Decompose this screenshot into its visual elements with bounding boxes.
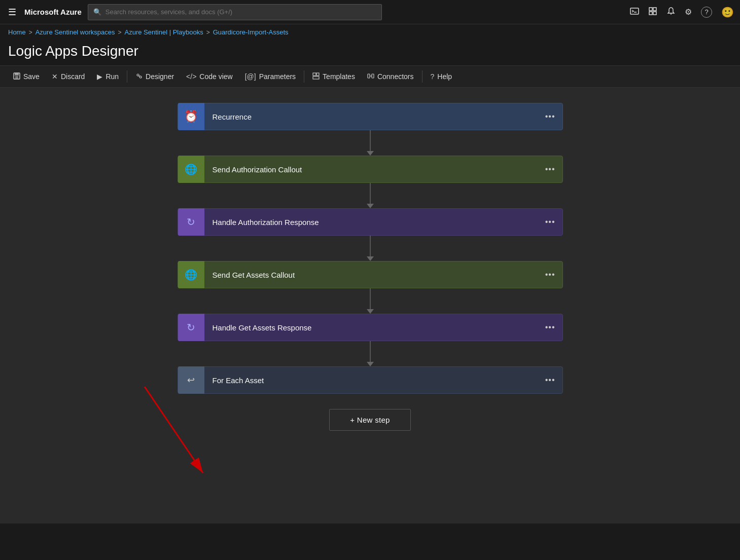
send-auth-icon: 🌐 — [185, 163, 197, 175]
foreach-label: For Each Asset — [204, 376, 538, 385]
connector-line-2 — [370, 183, 371, 204]
connector-line-5 — [370, 341, 371, 362]
svg-rect-15 — [313, 77, 319, 79]
svg-rect-13 — [313, 73, 316, 76]
canvas-wrapper: ⏰ Recurrence ••• 🌐 Send Authorization Ca… — [0, 88, 740, 524]
save-label: Save — [23, 72, 40, 81]
send-assets-icon-box: 🌐 — [178, 261, 204, 288]
send-assets-menu[interactable]: ••• — [538, 270, 562, 279]
node-handle-get-assets[interactable]: ↻ Handle Get Assets Response ••• — [178, 314, 563, 341]
new-step-button[interactable]: + New step — [329, 409, 410, 431]
toolbar-sep-2 — [304, 70, 304, 83]
connector-1 — [367, 130, 374, 156]
run-label: Run — [105, 72, 119, 81]
portal-icon[interactable] — [648, 7, 657, 18]
node-send-auth-callout[interactable]: 🌐 Send Authorization Callout ••• — [178, 156, 563, 183]
handle-auth-menu[interactable]: ••• — [538, 217, 562, 227]
send-assets-icon: 🌐 — [185, 269, 197, 281]
svg-rect-2 — [649, 8, 652, 11]
parameters-icon: [@] — [245, 72, 256, 81]
send-assets-label: Send Get Assets Callout — [204, 271, 538, 279]
code-icon: </> — [186, 72, 196, 81]
handle-assets-icon-box: ↻ — [178, 314, 204, 341]
svg-rect-0 — [630, 8, 639, 14]
save-button[interactable]: Save — [8, 69, 45, 84]
designer-icon — [135, 72, 143, 81]
handle-auth-label: Handle Authorization Response — [204, 218, 538, 227]
help-icon: ? — [431, 72, 435, 81]
svg-point-10 — [137, 74, 139, 76]
foreach-menu[interactable]: ••• — [538, 376, 562, 385]
svg-rect-9 — [15, 76, 18, 79]
app-title: Microsoft Azure — [24, 8, 82, 16]
breadcrumb-sep-1: > — [29, 29, 32, 36]
discard-button[interactable]: ✕ Discard — [47, 69, 90, 84]
breadcrumb: Home > Azure Sentinel workspaces > Azure… — [0, 24, 740, 40]
recurrence-menu[interactable]: ••• — [538, 112, 562, 121]
send-auth-menu[interactable]: ••• — [538, 165, 562, 174]
help-button[interactable]: ? Help — [426, 69, 457, 84]
designer-button[interactable]: Designer — [130, 69, 179, 84]
templates-icon — [312, 72, 320, 81]
svg-rect-16 — [368, 74, 370, 78]
save-icon — [13, 72, 20, 81]
search-bar[interactable]: 🔍 — [88, 4, 382, 20]
bell-icon[interactable] — [666, 7, 676, 18]
parameters-button[interactable]: [@] Parameters — [240, 69, 301, 84]
node-send-get-assets[interactable]: 🌐 Send Get Assets Callout ••• — [178, 261, 563, 288]
handle-assets-icon: ↻ — [187, 321, 195, 333]
toolbar: Save ✕ Discard ▶ Run Designer </> Code v… — [0, 65, 740, 88]
connector-arrow-1 — [367, 151, 374, 156]
connector-arrow-4 — [367, 309, 374, 314]
breadcrumb-home[interactable]: Home — [8, 28, 26, 36]
flow-container: ⏰ Recurrence ••• 🌐 Send Authorization Ca… — [178, 103, 563, 431]
run-icon: ▶ — [97, 72, 102, 81]
top-bar-icons: ⚙ ? 🙂 — [630, 6, 734, 18]
svg-rect-8 — [15, 73, 19, 76]
connector-arrow-3 — [367, 256, 374, 261]
svg-rect-17 — [372, 74, 374, 78]
handle-assets-label: Handle Get Assets Response — [204, 323, 538, 332]
parameters-label: Parameters — [259, 72, 296, 81]
top-navigation: ☰ Microsoft Azure 🔍 ⚙ ? 🙂 — [0, 0, 740, 24]
foreach-icon: ↩ — [187, 375, 195, 386]
account-icon[interactable]: 🙂 — [721, 6, 734, 18]
hamburger-menu[interactable]: ☰ — [6, 5, 18, 20]
handle-assets-menu[interactable]: ••• — [538, 323, 562, 332]
help-label: Help — [437, 72, 452, 81]
templates-label: Templates — [323, 72, 355, 81]
run-button[interactable]: ▶ Run — [92, 69, 124, 84]
help-icon[interactable]: ? — [701, 7, 712, 18]
connector-line-4 — [370, 288, 371, 309]
connector-arrow-5 — [367, 362, 374, 366]
toolbar-sep-1 — [127, 70, 127, 83]
connectors-button[interactable]: Connectors — [362, 69, 419, 84]
breadcrumb-workspaces[interactable]: Azure Sentinel workspaces — [36, 28, 115, 36]
handle-auth-icon-box: ↻ — [178, 208, 204, 236]
connector-line-1 — [370, 130, 371, 151]
send-auth-icon-box: 🌐 — [178, 156, 204, 183]
terminal-icon[interactable] — [630, 7, 639, 18]
connectors-label: Connectors — [377, 72, 414, 81]
node-recurrence[interactable]: ⏰ Recurrence ••• — [178, 103, 563, 130]
settings-icon[interactable]: ⚙ — [685, 7, 692, 17]
code-view-button[interactable]: </> Code view — [181, 69, 238, 84]
breadcrumb-playbooks[interactable]: Azure Sentinel | Playbooks — [125, 28, 203, 36]
connector-2 — [367, 183, 374, 208]
svg-rect-5 — [653, 12, 656, 15]
toolbar-sep-3 — [422, 70, 422, 83]
templates-button[interactable]: Templates — [307, 69, 360, 84]
search-input[interactable] — [105, 8, 376, 16]
connector-5 — [367, 341, 374, 366]
code-view-label: Code view — [199, 72, 232, 81]
connectors-icon — [367, 72, 374, 81]
designer-canvas: ⏰ Recurrence ••• 🌐 Send Authorization Ca… — [0, 88, 740, 524]
svg-point-11 — [139, 76, 142, 78]
svg-rect-14 — [316, 73, 319, 76]
breadcrumb-current[interactable]: Guardicore-Import-Assets — [213, 28, 289, 36]
connector-line-3 — [370, 236, 371, 256]
node-for-each-asset[interactable]: ↩ For Each Asset ••• — [178, 366, 563, 394]
recurrence-icon-box: ⏰ — [178, 103, 204, 130]
node-handle-auth-response[interactable]: ↻ Handle Authorization Response ••• — [178, 208, 563, 236]
svg-rect-3 — [653, 8, 656, 11]
